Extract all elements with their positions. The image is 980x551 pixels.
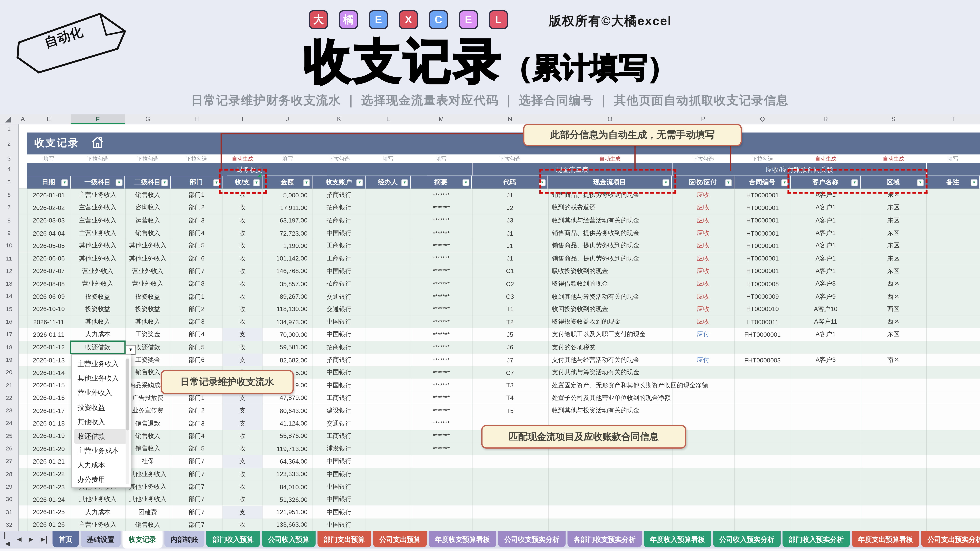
row-number-30[interactable]: 30 xyxy=(0,493,18,506)
cell-S17[interactable]: 东区 xyxy=(861,328,926,341)
sheet-tab-内部转账[interactable]: 内部转账 xyxy=(164,531,204,547)
cell-J15[interactable]: 118,130.00 xyxy=(262,303,313,316)
sheet-tab-基础设置[interactable]: 基础设置 xyxy=(81,531,121,547)
cell-I10[interactable]: 收 xyxy=(223,239,262,252)
row-number-24[interactable]: 24 xyxy=(0,417,18,430)
cell-M26[interactable]: ******* xyxy=(410,442,472,455)
row-number-16[interactable]: 16 xyxy=(0,316,18,328)
row-number-6[interactable]: 6 xyxy=(0,189,18,202)
cell-Q8[interactable]: HT0000001 xyxy=(734,214,791,227)
cell-T32[interactable] xyxy=(926,518,980,531)
cell-P6[interactable]: 应收 xyxy=(672,189,735,202)
cell-L20[interactable] xyxy=(366,366,411,379)
cell-Q15[interactable]: HT0000010 xyxy=(734,303,791,316)
cell-O28[interactable] xyxy=(548,468,672,480)
cell-N28[interactable] xyxy=(472,468,548,480)
cell-L21[interactable] xyxy=(366,379,411,392)
cell-M31[interactable] xyxy=(410,506,472,518)
cell-N22[interactable]: T4 xyxy=(472,392,548,404)
row-number-12[interactable]: 12 xyxy=(0,265,18,278)
cell-O17[interactable]: 支付给职工以及为职工支付的现金 xyxy=(548,328,672,341)
cell-R24[interactable] xyxy=(791,417,861,430)
cell-S15[interactable]: 西区 xyxy=(861,303,926,316)
cell-P28[interactable] xyxy=(672,468,735,480)
cell-S10[interactable]: 东区 xyxy=(861,239,926,252)
sheet-tab-部门收入预实分析[interactable]: 部门收入预实分析 xyxy=(782,531,850,547)
cell-K21[interactable]: 中国银行 xyxy=(313,379,366,392)
cell-K23[interactable]: 建设银行 xyxy=(313,404,366,417)
cell-E20[interactable]: 2026-01-14 xyxy=(27,366,71,379)
cell-N20[interactable]: C7 xyxy=(472,366,548,379)
cell-G7[interactable]: 咨询收入 xyxy=(125,201,171,214)
cell-N32[interactable] xyxy=(472,518,548,531)
cell-M28[interactable] xyxy=(410,468,472,480)
cell-N31[interactable] xyxy=(472,506,548,518)
cell-M21[interactable]: ******* xyxy=(410,379,472,392)
cell-L14[interactable] xyxy=(366,290,411,303)
cell-N21[interactable]: T3 xyxy=(472,379,548,392)
cell-S31[interactable] xyxy=(861,506,926,518)
cell-P9[interactable]: 应收 xyxy=(672,227,735,240)
cell-O11[interactable]: 销售商品、提供劳务收到的现金 xyxy=(548,252,672,265)
column-header-account[interactable]: 收支账户▼ xyxy=(313,176,366,189)
cell-H32[interactable]: 部门7 xyxy=(170,518,223,531)
cell-E8[interactable]: 2026-03-03 xyxy=(27,214,71,227)
cell-J16[interactable]: 134,973.00 xyxy=(262,316,313,328)
cell-J31[interactable]: 121,951.00 xyxy=(262,506,313,518)
row-number-20[interactable]: 20 xyxy=(0,366,18,379)
sheet-tab-年度支出预算看板[interactable]: 年度支出预算看板 xyxy=(852,531,919,547)
cell-E15[interactable]: 2026-10-10 xyxy=(27,303,71,316)
cell-E21[interactable]: 2026-01-15 xyxy=(27,379,71,392)
cell-J8[interactable]: 63,197.00 xyxy=(262,214,313,227)
column-header-cat1[interactable]: 一级科目▼ xyxy=(71,176,125,189)
cell-T30[interactable] xyxy=(926,493,980,506)
cell-K24[interactable]: 交通银行 xyxy=(313,417,366,430)
cell-O29[interactable] xyxy=(548,480,672,493)
cell-K26[interactable]: 浦发银行 xyxy=(313,442,366,455)
cell-I14[interactable]: 收 xyxy=(223,290,262,303)
cell-T23[interactable] xyxy=(926,404,980,417)
column-header-code[interactable]: 代码▼ xyxy=(472,176,548,189)
cell-R15[interactable]: A客户10 xyxy=(791,303,861,316)
filter-dropdown-icon[interactable]: ▼ xyxy=(463,179,469,186)
cell-K19[interactable]: 招商银行 xyxy=(313,354,366,366)
cell-F12[interactable]: 营业外收入 xyxy=(71,265,125,278)
cell-T9[interactable] xyxy=(926,227,980,240)
cell-F9[interactable]: 主营业务收入 xyxy=(71,227,125,240)
cell-M7[interactable]: ******* xyxy=(410,201,472,214)
row-number-28[interactable]: 28 xyxy=(0,468,18,480)
cell-R16[interactable]: A客户11 xyxy=(791,316,861,328)
cell-Q32[interactable] xyxy=(734,518,791,531)
cell-O32[interactable] xyxy=(548,518,672,531)
cell-M30[interactable] xyxy=(410,493,472,506)
column-letter-L[interactable]: L xyxy=(366,114,411,124)
cell-O20[interactable]: 支付其他与筹资活动有关的现金 xyxy=(548,366,672,379)
cell-R17[interactable]: A客户1 xyxy=(791,328,861,341)
cell-E24[interactable]: 2026-01-18 xyxy=(27,417,71,430)
cell-F32[interactable]: 主营业务收入 xyxy=(71,518,125,531)
cell-L16[interactable] xyxy=(366,316,411,328)
cell-L15[interactable] xyxy=(366,303,411,316)
column-letter-O[interactable]: O xyxy=(548,114,672,124)
row-number-gutter[interactable]: 1234567891011121314151617181920212223242… xyxy=(0,124,19,531)
cell-O30[interactable] xyxy=(548,493,672,506)
cell-M12[interactable]: ******* xyxy=(410,265,472,278)
cell-H30[interactable]: 部门7 xyxy=(170,493,223,506)
cell-O13[interactable]: 取得借款收到的现金 xyxy=(548,278,672,290)
cell-M8[interactable]: ******* xyxy=(410,214,472,227)
cell-G19[interactable]: 工资奖金 xyxy=(125,354,171,366)
row-number-5[interactable]: 5 xyxy=(0,176,18,189)
cell-H15[interactable]: 部门2 xyxy=(170,303,223,316)
row-number-4[interactable]: 4 xyxy=(0,163,18,176)
row-number-29[interactable]: 29 xyxy=(0,480,18,493)
row-number-3[interactable]: 3 xyxy=(0,154,18,163)
cell-I18[interactable]: 收 xyxy=(223,341,262,354)
cell-Q20[interactable] xyxy=(734,366,791,379)
cell-F17[interactable]: 人力成本 xyxy=(71,328,125,341)
cell-H28[interactable]: 部门7 xyxy=(170,468,223,480)
cell-T21[interactable] xyxy=(926,379,980,392)
cell-E18[interactable]: 2026-01-12 xyxy=(27,341,71,354)
cell-H12[interactable]: 部门7 xyxy=(170,265,223,278)
sheet-tab-部门收入预算[interactable]: 部门收入预算 xyxy=(206,531,260,547)
row-number-19[interactable]: 19 xyxy=(0,354,18,366)
